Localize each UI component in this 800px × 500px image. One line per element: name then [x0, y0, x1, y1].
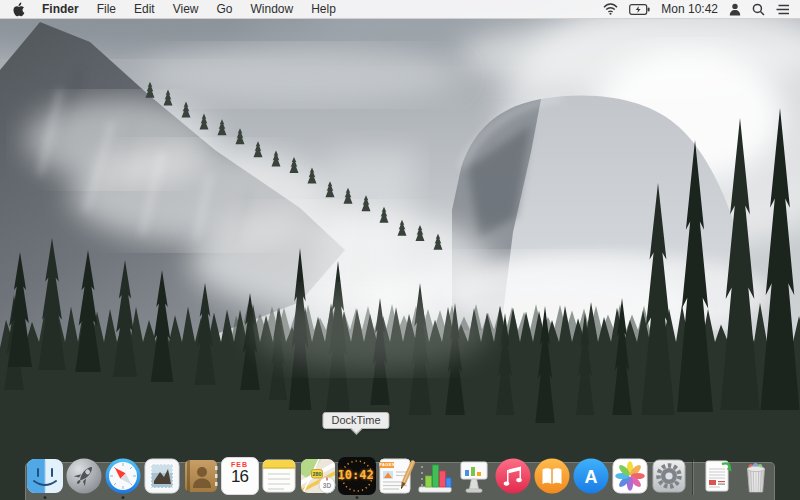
- dock-divider: [688, 457, 697, 495]
- safari-icon: [104, 457, 142, 495]
- dock-item-ibooks[interactable]: [532, 455, 571, 495]
- appstore-icon: A: [572, 457, 610, 495]
- maps-route-badge: 280: [312, 471, 321, 477]
- menu-bar-left: Finder File Edit View Go Window Help: [0, 0, 345, 18]
- launchpad-icon: [65, 457, 103, 495]
- system-preferences-icon: [650, 457, 688, 495]
- menu-item-finder[interactable]: Finder: [33, 0, 88, 18]
- user-icon[interactable]: [729, 3, 741, 16]
- calendar-icon: FEB 16: [221, 457, 259, 495]
- menu-bar-status: Mon 10:42: [603, 0, 800, 18]
- calendar-day: 16: [222, 468, 258, 487]
- dock-item-launchpad[interactable]: [64, 455, 103, 495]
- dock-item-maps[interactable]: 280 3D: [298, 455, 337, 495]
- contacts-icon: [182, 457, 220, 495]
- desktop-wallpaper: [0, 0, 800, 500]
- dock-item-calendar[interactable]: FEB 16: [220, 455, 259, 495]
- menu-item-edit[interactable]: Edit: [125, 0, 164, 18]
- dock-item-keynote[interactable]: [454, 455, 493, 495]
- docktime-clock-display: 10:42: [338, 468, 374, 482]
- spotlight-search-icon[interactable]: [752, 3, 765, 16]
- pages-icon: PAGES: [377, 457, 415, 495]
- dock-icons: FEB 16 280: [25, 455, 775, 495]
- dock-item-pages[interactable]: PAGES: [376, 455, 415, 495]
- dock-item-trash[interactable]: [736, 455, 775, 495]
- dock-item-notes[interactable]: [259, 455, 298, 495]
- mail-icon: [143, 457, 181, 495]
- notification-center-icon[interactable]: [776, 4, 790, 15]
- dock-item-document[interactable]: [697, 455, 736, 495]
- maps-icon: 280 3D: [299, 457, 337, 495]
- dock-item-safari[interactable]: [103, 455, 142, 495]
- trash-full-icon: [737, 457, 775, 495]
- ibooks-icon: [533, 457, 571, 495]
- menu-item-go[interactable]: Go: [208, 0, 242, 18]
- wifi-icon[interactable]: [603, 3, 618, 15]
- menu-item-window[interactable]: Window: [242, 0, 303, 18]
- menu-bar: Finder File Edit View Go Window Help Mon…: [0, 0, 800, 19]
- dock-item-contacts[interactable]: [181, 455, 220, 495]
- dock-item-numbers[interactable]: [415, 455, 454, 495]
- itunes-icon: [494, 457, 532, 495]
- dock-item-finder[interactable]: [25, 455, 64, 495]
- running-indicator: [355, 496, 358, 499]
- menu-item-file[interactable]: File: [88, 0, 125, 18]
- document-icon: [698, 457, 736, 495]
- finder-icon: [26, 457, 64, 495]
- docktime-icon: 10:42: [338, 457, 376, 495]
- menu-bar-clock[interactable]: Mon 10:42: [661, 2, 718, 16]
- pages-banner: PAGES: [379, 462, 395, 467]
- dock-item-itunes[interactable]: [493, 455, 532, 495]
- battery-charging-icon[interactable]: [629, 4, 650, 15]
- running-indicator: [121, 496, 124, 499]
- dock-item-system-preferences[interactable]: [649, 455, 688, 495]
- numbers-icon: [416, 457, 454, 495]
- maps-3d-badge: 3D: [322, 482, 331, 489]
- appstore-letter: A: [584, 467, 597, 487]
- apple-icon: [12, 2, 25, 17]
- dock-item-docktime[interactable]: 10:42: [337, 455, 376, 495]
- keynote-icon: [455, 457, 493, 495]
- notes-icon: [260, 457, 298, 495]
- menu-item-help[interactable]: Help: [302, 0, 345, 18]
- dock-item-photos[interactable]: [610, 455, 649, 495]
- docktime-tooltip: DockTime: [322, 412, 389, 429]
- photos-icon: [611, 457, 649, 495]
- dock-item-mail[interactable]: [142, 455, 181, 495]
- menu-item-view[interactable]: View: [164, 0, 208, 18]
- apple-menu[interactable]: [12, 2, 33, 17]
- running-indicator: [43, 496, 46, 499]
- dock-item-appstore[interactable]: A: [571, 455, 610, 495]
